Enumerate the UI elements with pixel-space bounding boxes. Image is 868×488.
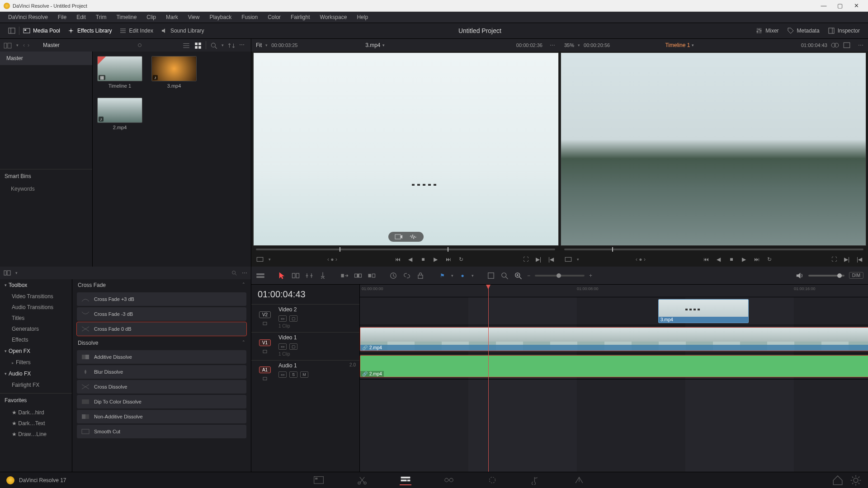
fx-generators[interactable]: Generators bbox=[0, 324, 72, 334]
fx-group-crossfade[interactable]: Cross Fade⌃ bbox=[72, 279, 251, 291]
bin-view-button[interactable] bbox=[4, 42, 12, 49]
src-mode-button[interactable] bbox=[256, 256, 264, 263]
fx-blur-dissolve[interactable]: Blur Dissolve bbox=[77, 365, 246, 379]
audio-only-icon[interactable] bbox=[409, 234, 417, 240]
home-button[interactable] bbox=[832, 475, 844, 485]
source-scrubber[interactable] bbox=[256, 249, 555, 250]
fx-titles[interactable]: Titles bbox=[0, 313, 72, 324]
menu-davinci[interactable]: DaVinci Resolve bbox=[4, 13, 52, 22]
fullscreen-button[interactable]: ⛶ bbox=[522, 256, 530, 263]
solo-a1[interactable]: S bbox=[289, 371, 297, 378]
tl-out-point-button[interactable]: |◀ bbox=[855, 256, 863, 263]
program-options[interactable]: ⋯ bbox=[858, 42, 863, 48]
fav-1[interactable]: ★ Dark…hird bbox=[0, 407, 72, 418]
maximize-button[interactable]: ▢ bbox=[832, 2, 848, 9]
nav-forward[interactable]: › bbox=[28, 42, 29, 48]
tl-stop-button[interactable]: ■ bbox=[727, 256, 736, 263]
a1-dest[interactable]: A1 bbox=[259, 366, 271, 373]
menu-mark[interactable]: Mark bbox=[161, 13, 183, 22]
v2-dest[interactable]: V2 bbox=[259, 311, 271, 318]
page-media[interactable] bbox=[313, 475, 325, 485]
replace-clip-button[interactable] bbox=[367, 272, 376, 280]
playhead[interactable] bbox=[488, 285, 489, 472]
fav-2[interactable]: ★ Dark…Text bbox=[0, 418, 72, 429]
menu-help[interactable]: Help bbox=[352, 13, 373, 22]
menu-color[interactable]: Color bbox=[263, 13, 285, 22]
single-viewer-button[interactable] bbox=[843, 42, 851, 49]
track-enable-v2[interactable]: ▢ bbox=[289, 315, 297, 322]
search-button[interactable] bbox=[210, 42, 218, 49]
matchframe-button[interactable]: ‹ ● › bbox=[327, 256, 337, 263]
flag-button[interactable]: ⚑ bbox=[438, 272, 447, 280]
tl-prev-frame-button[interactable]: ◀ bbox=[715, 256, 723, 263]
tl-loop-button[interactable]: ↻ bbox=[765, 256, 774, 263]
menu-workspace[interactable]: Workspace bbox=[316, 13, 352, 22]
page-fusion[interactable] bbox=[443, 475, 455, 485]
thumb-view-button[interactable] bbox=[194, 42, 202, 49]
menu-fairlight[interactable]: Fairlight bbox=[286, 13, 315, 22]
zoom-slider[interactable] bbox=[535, 275, 585, 277]
lock-icon[interactable] bbox=[262, 375, 268, 380]
trim-tool[interactable] bbox=[291, 272, 300, 280]
zoom-out-button[interactable]: − bbox=[527, 272, 530, 279]
edit-index-toggle[interactable]: Edit Index bbox=[116, 25, 157, 36]
fx-smooth-cut[interactable]: Smooth Cut bbox=[77, 425, 246, 438]
inspector-toggle[interactable]: Inspector bbox=[824, 25, 863, 36]
program-scrubber[interactable] bbox=[564, 249, 863, 250]
timeline-ruler[interactable]: 01:00:00:00 01:00:08:00 01:00:16:00 bbox=[360, 285, 868, 297]
volume-slider[interactable] bbox=[808, 275, 844, 277]
timeline-name[interactable]: Timeline 1▾ bbox=[665, 42, 694, 48]
auto-select-a1[interactable]: ▭ bbox=[278, 371, 287, 378]
source-options[interactable]: ⋯ bbox=[550, 42, 555, 48]
menu-file[interactable]: File bbox=[53, 13, 71, 22]
lock-button[interactable] bbox=[416, 272, 425, 280]
tl-zoom[interactable]: 35% bbox=[564, 42, 574, 48]
insert-clip-button[interactable] bbox=[340, 272, 349, 280]
layout-preset-button[interactable] bbox=[5, 25, 19, 36]
sort-button[interactable] bbox=[227, 42, 236, 49]
fx-toolbox[interactable]: ▾Toolbox bbox=[0, 279, 72, 291]
source-viewer[interactable] bbox=[253, 52, 559, 246]
menu-playback[interactable]: Playback bbox=[205, 13, 236, 22]
stop-button[interactable]: ■ bbox=[419, 256, 427, 263]
program-viewer[interactable] bbox=[561, 52, 866, 246]
menu-timeline[interactable]: Timeline bbox=[112, 13, 141, 22]
loop-button[interactable]: ↻ bbox=[457, 256, 465, 263]
breadcrumb[interactable]: Master bbox=[43, 42, 60, 48]
menu-trim[interactable]: Trim bbox=[91, 13, 111, 22]
clip-2mp4[interactable]: ♪ 2.mp4 bbox=[97, 98, 142, 130]
nav-back[interactable]: ‹ bbox=[23, 42, 25, 48]
fx-filters[interactable]: ▸Filters bbox=[0, 357, 72, 368]
fx-audiofx[interactable]: ▾Audio FX bbox=[0, 368, 72, 380]
matchframe-tl-button[interactable]: ‹ ● › bbox=[636, 256, 646, 263]
zoom-fit[interactable]: Fit bbox=[256, 42, 262, 48]
fx-openfx[interactable]: ▾Open FX bbox=[0, 345, 72, 357]
menu-edit[interactable]: Edit bbox=[72, 13, 90, 22]
sound-library-toggle[interactable]: Sound Library bbox=[157, 25, 208, 36]
close-button[interactable]: ✕ bbox=[848, 2, 864, 9]
fx-video-transitions[interactable]: Video Transitions bbox=[0, 291, 72, 302]
clip-3mp4[interactable]: ♪ 3.mp4 bbox=[151, 56, 197, 89]
page-fairlight[interactable] bbox=[530, 475, 542, 485]
metadata-toggle[interactable]: Metadata bbox=[783, 25, 823, 36]
next-frame-button[interactable]: ⏭ bbox=[444, 256, 453, 263]
page-color[interactable] bbox=[486, 475, 498, 485]
tl-in-point-button[interactable]: ▶| bbox=[843, 256, 851, 263]
fx-options-button[interactable]: ⋯ bbox=[242, 270, 247, 276]
retime-button[interactable] bbox=[389, 272, 398, 280]
page-edit[interactable] bbox=[400, 475, 411, 485]
out-point-button[interactable]: |◀ bbox=[547, 256, 555, 263]
timeline-view-options[interactable] bbox=[256, 272, 265, 280]
lock-icon[interactable] bbox=[262, 320, 268, 325]
dim-button[interactable]: DIM bbox=[849, 272, 863, 279]
lane-v2[interactable]: 3.mp4 bbox=[360, 297, 868, 325]
zoom-in-button[interactable]: + bbox=[589, 272, 592, 279]
zoom-selected-button[interactable] bbox=[486, 272, 495, 280]
tl-next-frame-button[interactable]: ⏭ bbox=[753, 256, 761, 263]
zoom-custom-button[interactable] bbox=[514, 272, 523, 280]
effects-library-toggle[interactable]: Effects Library bbox=[64, 25, 115, 36]
fx-view-button[interactable] bbox=[4, 269, 11, 277]
link-button[interactable] bbox=[402, 272, 411, 280]
fx-group-dissolve[interactable]: Dissolve⌃ bbox=[72, 337, 251, 349]
tl-play-button[interactable]: ▶ bbox=[740, 256, 748, 263]
